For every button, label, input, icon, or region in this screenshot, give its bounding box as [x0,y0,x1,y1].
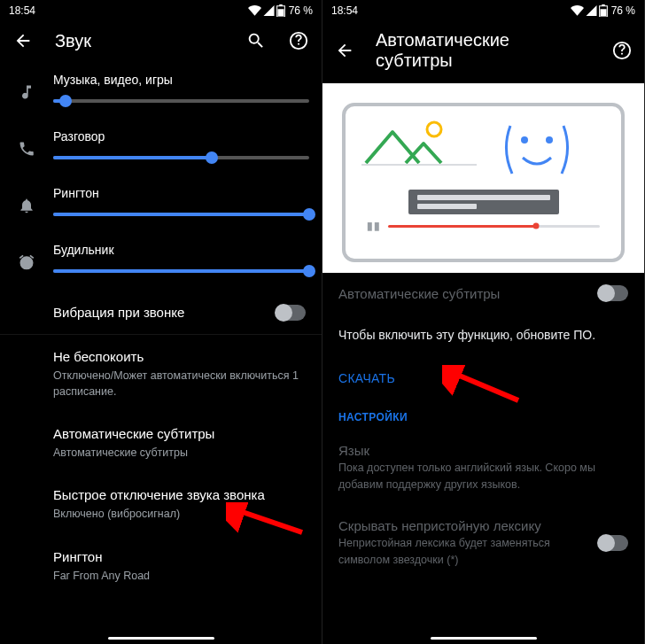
dnd-title: Не беспокоить [53,347,306,366]
live-captions-sub: Автоматические субтитры [53,445,306,461]
profanity-toggle[interactable] [598,535,628,551]
settings-section-header: НАСТРОЙКИ [322,400,644,431]
alarm-icon [18,253,35,271]
profanity-item[interactable]: Скрывать непристойную лексику Непристойн… [322,506,644,581]
gesture-nav-bar[interactable] [431,637,537,640]
profanity-title: Скрывать непристойную лексику [338,518,589,533]
status-time: 18:54 [331,4,358,17]
live-caption-toggle-label: Автоматические субтитры [338,286,589,301]
battery-percent: 76 % [611,4,635,17]
phone-icon [18,140,35,158]
header: Автоматические субтитры [322,21,644,83]
bell-icon [18,197,35,214]
dnd-sub: Отключено/Может автоматически включиться… [53,368,306,400]
gesture-nav-bar[interactable] [108,637,214,640]
battery-percent: 76 % [289,4,313,17]
music-note-icon [18,83,35,101]
ring-shortcut-title: Быстрое отключение звука звонка [53,485,306,504]
help-button[interactable] [288,30,309,51]
face-icon [501,119,572,181]
ring-shortcut-item[interactable]: Быстрое отключение звука звонка Включено… [0,473,322,534]
battery-icon [276,4,285,17]
profanity-sub: Непристойная лексика будет заменяться си… [338,535,589,569]
call-volume-slider[interactable] [53,156,309,159]
status-icons: 4 76 % [571,4,635,17]
illustration: ▮▮ [322,83,644,273]
status-time: 18:54 [9,4,35,17]
download-link-row: СКАЧАТЬ [322,356,644,400]
svg-point-11 [427,122,441,136]
status-icons: 4 76 % [248,4,313,17]
ring-volume-label: Рингтон [53,186,309,200]
alarm-volume-row: Будильник [0,234,309,291]
svg-rect-9 [600,9,606,16]
wifi-icon [248,5,261,16]
live-captions-item[interactable]: Автоматические субтитры Автоматические с… [0,412,322,473]
signal-icon: 4 [263,5,275,16]
ringtone-item[interactable]: Рингтон Far From Any Road [0,535,322,596]
page-title: Звук [55,31,91,51]
live-captions-title: Автоматические субтитры [53,424,306,443]
landscape-icon [361,119,477,172]
ring-volume-row: Рингтон [0,177,309,234]
vibrate-on-ring-item[interactable]: Вибрация при звонке [0,291,322,334]
caption-illustration [408,190,559,214]
help-button[interactable] [612,40,632,61]
back-button[interactable] [12,30,34,51]
vibrate-on-ring-toggle[interactable] [276,305,306,321]
ring-shortcut-sub: Включено (вибросигнал) [53,506,306,522]
media-volume-label: Музыка, видео, игры [53,73,309,87]
back-button[interactable] [335,40,354,61]
language-item[interactable]: Язык Пока доступен только английский язы… [322,431,644,506]
live-caption-toggle-item[interactable]: Автоматические субтитры [322,273,644,314]
header: Звук [0,21,322,64]
ringtone-title: Рингтон [53,547,306,566]
ring-volume-slider[interactable] [53,213,309,216]
svg-rect-3 [277,9,284,16]
page-title: Автоматические субтитры [376,30,570,71]
ringtone-sub: Far From Any Road [53,568,306,584]
status-bar: 18:54 4 76 % [322,0,644,21]
svg-text:4: 4 [265,6,268,12]
pause-icon: ▮▮ [367,220,381,232]
svg-point-14 [546,136,553,144]
wifi-icon [571,5,584,16]
vibrate-on-ring-label: Вибрация при звонке [53,303,267,322]
svg-point-13 [521,136,528,144]
alarm-volume-label: Будильник [53,243,309,257]
media-volume-slider[interactable] [53,99,309,103]
update-note: Чтобы включить эту функцию, обновите ПО. [322,314,644,356]
status-bar: 18:54 4 76 % [0,0,322,21]
player-bar-illustration: ▮▮ [361,220,605,234]
dnd-item[interactable]: Не беспокоить Отключено/Может автоматиче… [0,335,322,412]
live-caption-toggle[interactable] [598,285,628,301]
call-volume-label: Разговор [53,129,309,144]
svg-text:4: 4 [587,6,591,12]
battery-icon [599,4,608,17]
alarm-volume-slider[interactable] [53,269,309,273]
call-volume-row: Разговор [0,120,309,177]
signal-icon: 4 [586,5,597,16]
media-volume-row: Музыка, видео, игры [0,64,309,120]
language-sub: Пока доступен только английский язык. Ск… [338,460,628,493]
language-title: Язык [338,443,628,458]
download-link[interactable]: СКАЧАТЬ [338,371,395,385]
search-button[interactable] [245,30,267,51]
